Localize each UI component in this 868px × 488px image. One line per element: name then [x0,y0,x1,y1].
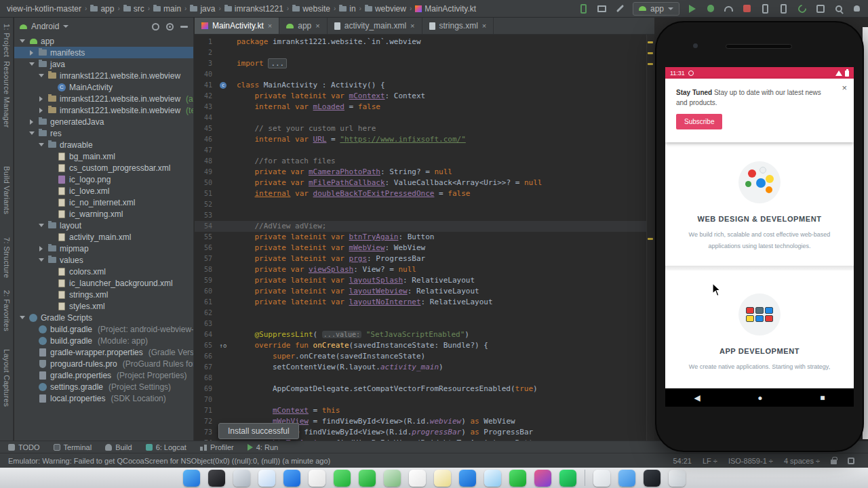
error-stripe[interactable] [646,35,654,441]
tree-item-imrankst1221-website-in-webview[interactable]: imrankst1221.website.in.webview [14,70,193,81]
tab-mainactivity-kt[interactable]: MainActivity.kt× [195,18,279,34]
dock-messages-icon[interactable] [334,470,351,487]
tree-item-settings-gradle[interactable]: settings.gradle(Project Settings) [14,381,193,392]
tree-item-ic-love-xml[interactable]: ic_love.xml [14,185,193,197]
lock-icon[interactable] [831,460,837,464]
close-icon[interactable]: × [315,22,319,30]
gear-icon[interactable] [166,23,174,30]
code-editor[interactable]: 1package imrankst1221.website.`in`.webvi… [195,35,646,441]
dock-calendar-icon[interactable] [409,470,426,487]
dock-trash-icon[interactable] [669,470,686,487]
dock-whatsapp-icon[interactable] [509,470,526,487]
dock-pages-icon[interactable] [593,470,610,487]
dock-terminal-icon[interactable] [644,470,660,487]
breadcrumb-item[interactable]: webview [363,4,408,14]
stop-button[interactable] [741,3,753,14]
search-everywhere-icon[interactable] [833,3,844,14]
device-file-explorer-icon[interactable] [760,3,771,14]
close-icon[interactable]: × [842,83,847,93]
tree-item-gradle-properties[interactable]: gradle.properties(Project Properties) [14,369,193,381]
tree-item-colors-xml[interactable]: colors.xml [14,266,193,277]
project-view-selector[interactable]: Android [31,22,59,31]
attach-debugger-icon[interactable] [614,3,626,14]
status-widget-54-21[interactable]: 54:21 [673,457,692,465]
status-widget-lf[interactable]: LF ÷ [703,457,717,465]
scope-icon[interactable] [152,23,159,30]
chevron-down-icon[interactable] [63,25,68,28]
tree-item-drawable[interactable]: drawable [14,139,193,150]
android-emulator[interactable]: 11:31 × Stay Tuned Stay up to date with … [655,21,864,452]
breadcrumb-item[interactable]: app [89,4,115,14]
emulator-screen[interactable]: 11:31 × Stay Tuned Stay up to date with … [665,67,854,407]
tree-item-gradle-wrapper-properties[interactable]: gradle-wrapper.properties(Gradle Versio [14,346,193,358]
tree-item-cs-custom-progressbar-xml[interactable]: cs_custom_progressbar.xml [14,162,193,174]
tool-window-button-profiler[interactable]: Profiler [200,443,234,451]
tool-window-button-2-favorites[interactable]: 2: Favorites [3,290,11,331]
tree-item-local-properties[interactable]: local.properties(SDK Location) [14,392,193,404]
tool-window-button-todo[interactable]: TODO [8,443,40,451]
tree-item-build-gradle[interactable]: build.gradle(Project: android-webview-in [14,323,193,335]
dock-launchpad-icon[interactable] [233,470,250,487]
dock-notes-icon[interactable] [434,470,451,487]
dock-instagram-icon[interactable] [534,470,551,487]
close-icon[interactable]: × [268,22,272,30]
dock-maps-icon[interactable] [384,470,401,487]
sdk-manager-icon[interactable] [814,3,826,14]
dock-photos-icon[interactable] [309,470,326,487]
dock-folder-icon[interactable] [618,470,635,487]
tree-item-bg-main-xml[interactable]: bg_main.xml [14,150,193,162]
tool-window-button-resource-manager[interactable]: Resource Manager [3,61,11,127]
tree-item-styles-xml[interactable]: styles.xml [14,300,193,312]
breadcrumb-item[interactable]: imrankst1221 [223,4,285,14]
tool-window-button-4-run[interactable]: 4: Run [248,443,278,451]
tool-window-button-7-structure[interactable]: 7: Structure [3,237,11,278]
breadcrumb-item[interactable]: java [189,4,216,14]
tree-item-res[interactable]: res [14,127,193,139]
tree-item-imrankst1221-website-in-webview[interactable]: imrankst1221.website.in.webview(test [14,104,193,116]
tool-window-button-build-variants[interactable]: Build Variants [3,166,11,214]
tree-item-gradle-scripts[interactable]: Gradle Scripts [14,312,193,323]
dock-siri-icon[interactable] [208,470,225,487]
tree-item-activity-main-xml[interactable]: activity_main.xml [14,231,193,243]
layout-inspector-icon[interactable] [596,3,608,14]
tree-item-mipmap[interactable]: mipmap [14,243,193,254]
recents-button[interactable]: ■ [820,393,825,403]
status-widget-4[interactable]: 4 spaces ÷ [784,457,820,465]
debug-button[interactable] [705,3,716,14]
webview-content[interactable]: WEB DESIGN & DEVELOPMENT We build rich, … [665,142,854,388]
breadcrumb-item[interactable]: in [338,4,357,14]
dock-mail-icon[interactable] [283,470,300,487]
dock-safari-icon[interactable] [258,470,275,487]
breadcrumb-item[interactable]: MainActivity.kt [414,4,477,14]
run-configuration-selector[interactable]: app [633,2,679,16]
tree-item-app[interactable]: app [14,35,193,47]
tree-item-ic-launcher-background-xml[interactable]: ic_launcher_background.xml [14,277,193,289]
tool-window-button-layout-captures[interactable]: Layout Captures [3,349,11,407]
breadcrumb-item[interactable]: main [152,4,182,14]
profiler-button[interactable] [723,3,734,14]
dock-spotify-icon[interactable] [559,470,576,487]
notifications-icon[interactable] [851,3,863,14]
close-icon[interactable]: × [410,22,414,30]
breadcrumb-item[interactable]: view-in-kotlin-master [5,4,83,14]
tree-item-imrankst1221-website-in-webview[interactable]: imrankst1221.website.in.webview(andr [14,93,193,104]
tree-item-build-gradle[interactable]: build.gradle(Module: app) [14,335,193,346]
tab-strings-xml[interactable]: strings.xml× [422,18,494,34]
tree-item-layout[interactable]: layout [14,220,193,231]
sync-project-icon[interactable] [796,3,808,14]
tree-item-ic-logo-png[interactable]: ic_logo.png [14,174,193,185]
tree-item-java[interactable]: java [14,58,193,70]
tool-window-button-build[interactable]: Build [105,443,132,451]
close-icon[interactable]: × [482,22,486,30]
tree-item-mainactivity[interactable]: MainActivity [14,81,193,93]
emulator-device-icon[interactable] [578,3,589,14]
tool-window-button-1-project[interactable]: 1: Project [3,24,11,57]
tool-window-button-terminal[interactable]: Terminal [54,443,92,451]
tab-activity-main-xml[interactable]: activity_main.xml× [328,18,422,34]
breadcrumb-item[interactable]: website [291,4,332,14]
dock-facetime-icon[interactable] [359,470,376,487]
back-button[interactable]: ◀ [694,393,700,403]
dock-appstore-icon[interactable] [459,470,476,487]
avd-manager-icon[interactable] [778,3,789,14]
tree-item-values[interactable]: values [14,254,193,266]
